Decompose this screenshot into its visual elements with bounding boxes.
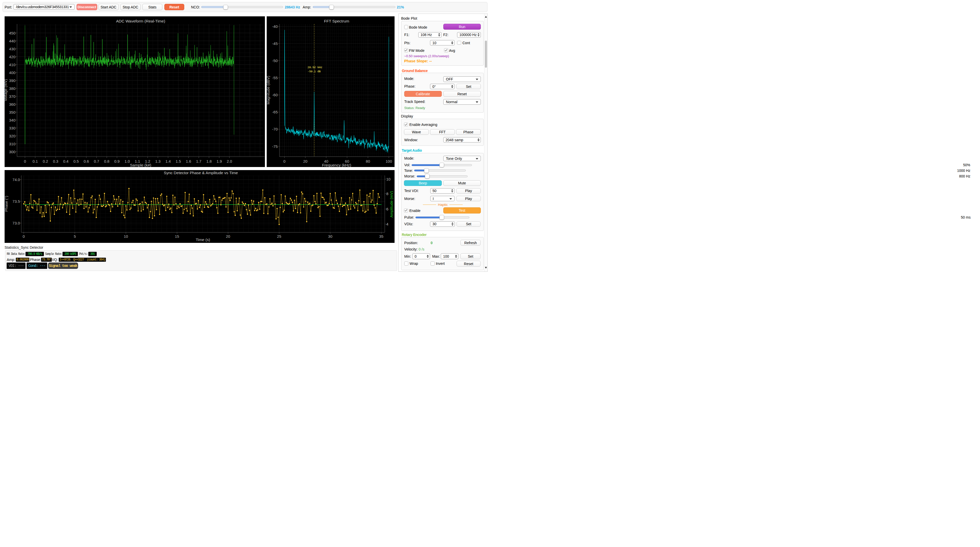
svg-text:80: 80 <box>366 159 370 163</box>
svg-text:410: 410 <box>9 62 15 67</box>
svg-text:73.0: 73.0 <box>13 221 20 225</box>
svg-text:440: 440 <box>9 39 15 43</box>
svg-text:380: 380 <box>9 86 15 91</box>
svg-text:0.1: 0.1 <box>32 159 38 163</box>
svg-text:-60: -60 <box>272 93 278 97</box>
svg-text:8: 8 <box>387 191 388 196</box>
svg-text:Voltage (mV): Voltage (mV) <box>5 79 8 101</box>
svg-text:Time (s): Time (s) <box>196 238 210 242</box>
svg-text:-75: -75 <box>272 144 278 148</box>
svg-text:1.4: 1.4 <box>165 159 171 163</box>
svg-text:74.0: 74.0 <box>13 177 20 182</box>
svg-text:100: 100 <box>386 159 392 163</box>
svg-text:330: 330 <box>9 126 15 130</box>
svg-text:ADC Waveform (Real-Time): ADC Waveform (Real-Time) <box>116 19 165 23</box>
svg-text:400: 400 <box>9 70 15 75</box>
svg-text:73.5: 73.5 <box>13 199 20 204</box>
svg-text:-70: -70 <box>272 127 278 131</box>
svg-text:1.7: 1.7 <box>196 159 201 163</box>
svg-text:0.8: 0.8 <box>104 159 110 163</box>
svg-text:1.3: 1.3 <box>155 159 161 163</box>
svg-text:30: 30 <box>328 234 332 239</box>
svg-text:-55: -55 <box>272 76 278 80</box>
svg-text:450: 450 <box>9 31 15 35</box>
svg-text:15: 15 <box>175 234 179 239</box>
svg-text:-45: -45 <box>272 41 278 46</box>
svg-text:-40: -40 <box>272 24 278 29</box>
svg-text:Frequency (kHz): Frequency (kHz) <box>322 163 352 167</box>
svg-text:-50: -50 <box>272 59 278 63</box>
svg-text:0.4: 0.4 <box>63 159 68 163</box>
svg-text:310: 310 <box>9 142 15 146</box>
svg-text:2.0: 2.0 <box>227 159 232 163</box>
svg-text:0.5: 0.5 <box>73 159 79 163</box>
svg-text:28.52 kHz: 28.52 kHz <box>307 65 322 69</box>
svg-text:Magnitude (dBV): Magnitude (dBV) <box>267 76 270 105</box>
svg-text:0.2: 0.2 <box>43 159 48 163</box>
svg-text:10: 10 <box>124 234 128 239</box>
svg-text:1.0: 1.0 <box>124 159 130 163</box>
svg-text:-65: -65 <box>272 110 278 114</box>
svg-text:420: 420 <box>9 55 15 59</box>
svg-text:360: 360 <box>9 102 15 107</box>
svg-text:0.3: 0.3 <box>53 159 59 163</box>
svg-text:0.7: 0.7 <box>94 159 99 163</box>
svg-text:320: 320 <box>9 134 15 138</box>
svg-text:6: 6 <box>387 207 388 211</box>
svg-text:Sample (k#): Sample (k#) <box>130 163 151 167</box>
svg-text:25: 25 <box>277 234 281 239</box>
svg-text:0.6: 0.6 <box>84 159 89 163</box>
svg-text:430: 430 <box>9 47 15 51</box>
svg-text:4: 4 <box>387 222 388 226</box>
svg-text:20: 20 <box>303 159 307 163</box>
svg-text:1.6: 1.6 <box>186 159 191 163</box>
svg-text:1.8: 1.8 <box>206 159 212 163</box>
svg-text:-59.1 dB: -59.1 dB <box>307 70 321 73</box>
svg-text:300: 300 <box>9 150 15 154</box>
svg-text:10: 10 <box>387 177 391 181</box>
svg-text:0.9: 0.9 <box>115 159 120 163</box>
svg-text:35: 35 <box>379 234 383 239</box>
svg-text:Sync Detector Phase & Amplitud: Sync Detector Phase & Amplitude vs Time <box>164 171 238 175</box>
svg-text:0: 0 <box>283 159 285 163</box>
svg-text:350: 350 <box>9 110 15 115</box>
svg-text:FFT Spectrum: FFT Spectrum <box>324 19 349 23</box>
svg-text:340: 340 <box>9 118 15 122</box>
svg-text:0: 0 <box>24 159 26 163</box>
svg-text:1.5: 1.5 <box>176 159 181 163</box>
svg-text:390: 390 <box>9 78 15 83</box>
svg-text:5: 5 <box>74 234 76 239</box>
svg-text:Amplitude (mV): Amplitude (mV) <box>389 191 393 217</box>
svg-text:20: 20 <box>226 234 230 239</box>
svg-text:1.9: 1.9 <box>216 159 222 163</box>
svg-text:370: 370 <box>9 94 15 99</box>
svg-text:Phase (°): Phase (°) <box>5 196 8 212</box>
svg-text:0: 0 <box>23 234 25 239</box>
